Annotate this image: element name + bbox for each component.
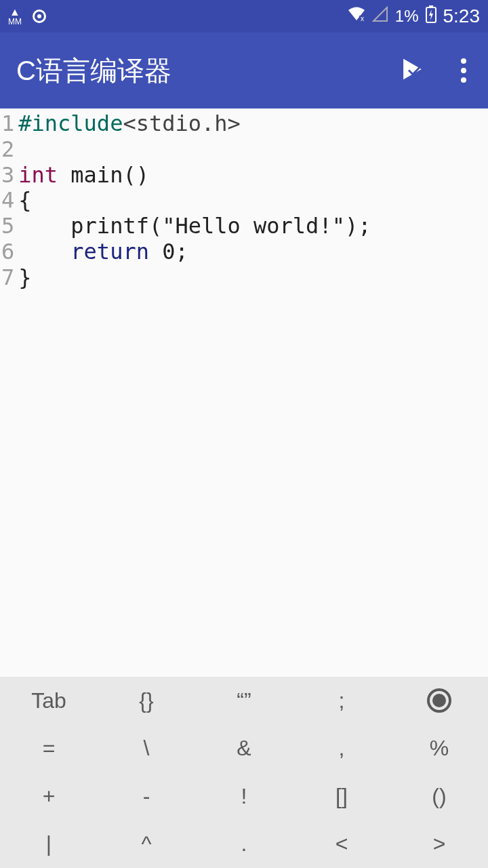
gutter: 1 2 3 4 5 6 7 <box>0 111 18 677</box>
key-dot[interactable]: . <box>195 821 293 869</box>
key-minus[interactable]: - <box>98 772 195 821</box>
battery-charging-icon <box>426 5 436 27</box>
key-lt[interactable]: < <box>293 821 390 869</box>
line-number: 6 <box>1 239 14 265</box>
key-cursor-icon[interactable] <box>390 677 488 725</box>
app-title: C语言编译器 <box>16 52 171 90</box>
key-comma[interactable]: , <box>293 725 390 773</box>
clock: 5:23 <box>443 5 481 27</box>
key-pipe[interactable]: | <box>0 821 98 869</box>
app-bar: C语言编译器 <box>0 33 488 108</box>
line-number: 3 <box>1 163 14 189</box>
key-tab[interactable]: Tab <box>0 677 98 725</box>
line-number: 1 <box>1 111 14 137</box>
record-icon <box>33 9 46 23</box>
battery-pct: 1% <box>395 7 419 26</box>
key-parens[interactable]: () <box>390 772 488 821</box>
line-number: 5 <box>1 214 14 239</box>
code-editor[interactable]: 1 2 3 4 5 6 7 #include<stdio.h> int main… <box>0 108 488 677</box>
key-semicolon[interactable]: ; <box>293 677 390 725</box>
status-bar: ▲ MM x 1% 5:23 <box>0 0 488 33</box>
run-button[interactable] <box>399 57 423 84</box>
key-brackets[interactable]: [] <box>293 772 390 821</box>
code-area[interactable]: #include<stdio.h> int main(){ printf("He… <box>18 111 371 677</box>
svg-rect-3 <box>429 5 433 7</box>
key-caret[interactable]: ^ <box>98 821 195 869</box>
line-number: 2 <box>1 137 14 163</box>
mm-icon: ▲ MM <box>8 7 22 26</box>
line-number: 7 <box>1 265 14 291</box>
key-plus[interactable]: + <box>0 772 98 821</box>
symbol-keyboard: Tab {} “” ; = \ & , % + - ! [] () | ^ . … <box>0 677 488 868</box>
cell-icon <box>372 6 388 26</box>
line-number: 4 <box>1 188 14 214</box>
key-braces[interactable]: {} <box>98 677 195 725</box>
key-percent[interactable]: % <box>390 725 488 773</box>
more-menu-icon[interactable] <box>455 58 472 83</box>
key-bang[interactable]: ! <box>195 772 293 821</box>
svg-text:x: x <box>361 15 364 22</box>
key-quotes[interactable]: “” <box>195 677 293 725</box>
wifi-icon: x <box>348 7 365 26</box>
key-equals[interactable]: = <box>0 725 98 773</box>
key-ampersand[interactable]: & <box>195 725 293 773</box>
key-backslash[interactable]: \ <box>98 725 195 773</box>
key-gt[interactable]: > <box>390 821 488 869</box>
